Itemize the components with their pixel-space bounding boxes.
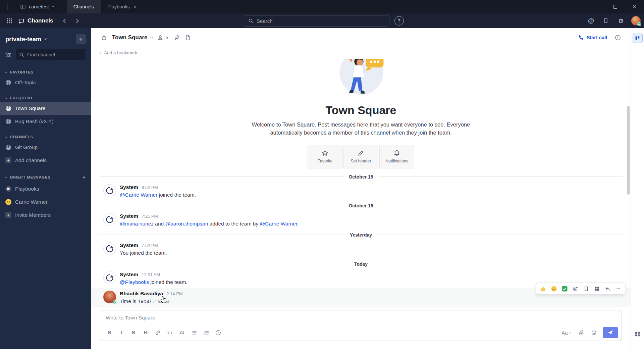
sidebar-item-invite-members[interactable]: +Invite Members xyxy=(0,208,91,221)
sidebar-item-off-topic[interactable]: Off-Topic xyxy=(0,76,91,89)
globe-icon xyxy=(5,80,11,86)
message-timestamp: 9:52 PM xyxy=(142,185,158,190)
back-button[interactable] xyxy=(59,15,71,27)
message-actions-button[interactable] xyxy=(592,284,602,293)
message-author[interactable]: System xyxy=(120,213,138,219)
attach-file-button[interactable] xyxy=(575,327,587,338)
at-mention-icon: @ xyxy=(588,17,594,24)
sidebar-item-carrie-warner[interactable]: Carrie Warner xyxy=(0,195,91,208)
mention-link[interactable]: @Carrie Warner xyxy=(260,221,298,227)
sidebar-section-header[interactable]: FREQUENT xyxy=(0,94,91,102)
bulleted-list-button[interactable] xyxy=(188,327,200,338)
sidebar-item-playbooks[interactable]: Playbooks xyxy=(0,182,91,195)
find-channel-input[interactable]: Find channel xyxy=(15,49,86,60)
link-button[interactable] xyxy=(152,327,163,338)
product-switcher-icon[interactable] xyxy=(3,15,15,27)
globe-icon xyxy=(5,144,11,150)
more-actions-button[interactable] xyxy=(613,284,623,293)
window-minimize-button[interactable]: – xyxy=(587,0,606,13)
message-author[interactable]: System xyxy=(120,184,138,190)
bold-button[interactable]: B xyxy=(104,327,115,338)
app-menu-icon[interactable]: ⋮ xyxy=(0,3,15,10)
sidebar-section-header[interactable]: DIRECT MESSAGES+ xyxy=(0,172,91,182)
check-mark-reaction-button[interactable] xyxy=(559,284,570,293)
message-row[interactable]: System7:21 PM@maria.nunez and @aaron.tho… xyxy=(91,211,631,230)
mentions-button[interactable]: @ xyxy=(585,15,597,27)
tab-channels[interactable]: Channels xyxy=(67,0,101,13)
send-button[interactable] xyxy=(603,327,618,338)
channel-name-menu[interactable]: Town Square xyxy=(112,34,153,41)
message-author[interactable]: Bhautik Bavadiya xyxy=(120,291,163,297)
add-channel-button[interactable]: + xyxy=(76,34,86,44)
tab-playbooks[interactable]: Playbooks× xyxy=(101,0,144,13)
saved-posts-button[interactable] xyxy=(600,15,612,27)
channel-label: Invite Members xyxy=(15,212,51,218)
add-direct-message-button[interactable]: + xyxy=(82,174,86,181)
quote-button[interactable] xyxy=(176,327,187,338)
message-row[interactable]: Bhautik Bavadiya2:14 PMTime is 19:50Edit… xyxy=(91,288,631,307)
italic-button[interactable]: I xyxy=(116,327,127,338)
user-profile-avatar[interactable] xyxy=(631,16,641,26)
message-row[interactable]: System7:52 PMYou joined the team. xyxy=(91,240,631,259)
sidebar-section-header[interactable]: CHANNELS xyxy=(0,133,91,141)
strikethrough-button[interactable]: S xyxy=(128,327,139,338)
mention-link[interactable]: @maria.nunez xyxy=(120,221,154,227)
star-icon xyxy=(322,150,328,156)
filter-icon[interactable] xyxy=(5,52,12,58)
plus-icon: + xyxy=(5,212,11,218)
pinned-posts-button[interactable] xyxy=(172,32,182,43)
server-selector[interactable]: carrietest xyxy=(15,0,59,13)
playbooks-icon xyxy=(5,186,11,192)
team-menu[interactable]: private-team xyxy=(5,36,46,43)
chevron-down-icon xyxy=(51,5,54,7)
save-message-button[interactable] xyxy=(581,284,591,293)
formatting-help-button[interactable] xyxy=(212,327,224,338)
sidebar-section-header[interactable]: FAVORITES xyxy=(0,68,91,76)
add-bookmark-button[interactable]: + Add a bookmark xyxy=(99,50,137,56)
mention-link[interactable]: @aaron.thompson xyxy=(165,221,208,227)
emoji-picker-button[interactable] xyxy=(588,327,599,338)
reply-button[interactable] xyxy=(602,284,612,293)
mention-link[interactable]: @Carrie Warner xyxy=(120,192,157,198)
message-timestamp: 7:21 PM xyxy=(142,214,158,219)
settings-button[interactable] xyxy=(614,15,627,27)
favorite-channel-button[interactable] xyxy=(99,32,109,43)
numbered-list-button[interactable]: 123 xyxy=(200,327,212,338)
window-maximize-button[interactable] xyxy=(606,0,625,13)
mattermost-logo-icon xyxy=(105,244,114,253)
smile-reaction-button[interactable] xyxy=(549,284,559,293)
scrollbar-thumb[interactable] xyxy=(627,106,630,195)
start-call-button[interactable]: Start call xyxy=(578,35,607,40)
notifications-button[interactable]: Notifications xyxy=(379,145,414,168)
forward-button[interactable] xyxy=(71,15,84,27)
formatting-toggle-button[interactable]: Aa xyxy=(558,327,574,338)
message-list[interactable]: Town Square Welcome to Town Square. Post… xyxy=(91,59,631,307)
channel-info-button[interactable] xyxy=(612,32,623,43)
sidebar-item-git-group[interactable]: Git Group xyxy=(0,141,91,154)
thumbs-up-reaction-button[interactable] xyxy=(538,284,548,293)
code-button[interactable] xyxy=(164,327,175,338)
tab-close-icon[interactable]: × xyxy=(134,4,137,10)
mention-link[interactable]: @Playbooks xyxy=(120,279,149,285)
message-row[interactable]: System9:52 PM@Carrie Warner joined the t… xyxy=(91,182,631,201)
apps-grid-icon[interactable] xyxy=(633,329,643,339)
message-author[interactable]: System xyxy=(120,242,138,248)
channel-members-button[interactable]: 5 xyxy=(157,35,168,41)
favorite-button[interactable]: Favorite xyxy=(308,145,342,168)
help-icon[interactable]: ? xyxy=(394,16,404,26)
sidebar-item-town-square[interactable]: Town Square xyxy=(0,102,91,115)
channel-files-button[interactable] xyxy=(182,32,193,43)
message-text: Time is 19:50Edited xyxy=(120,298,183,305)
chevron-left-icon xyxy=(62,18,67,24)
set-header-button[interactable]: Set header xyxy=(343,145,378,168)
user-avatar[interactable] xyxy=(103,291,116,303)
sidebar-item-add-channels[interactable]: +Add channels xyxy=(0,154,91,167)
sidebar-item-bug-bash-vx-y[interactable]: Bug Bash (vX.Y) xyxy=(0,115,91,128)
window-close-button[interactable]: × xyxy=(625,0,644,13)
message-author[interactable]: System xyxy=(120,271,138,278)
heading-button[interactable]: H xyxy=(140,327,151,338)
active-app-icon[interactable] xyxy=(633,33,643,43)
add-reaction-button[interactable] xyxy=(570,284,580,293)
message-input[interactable]: Write to Town Square xyxy=(100,310,622,325)
search-input[interactable]: Search xyxy=(244,15,389,27)
